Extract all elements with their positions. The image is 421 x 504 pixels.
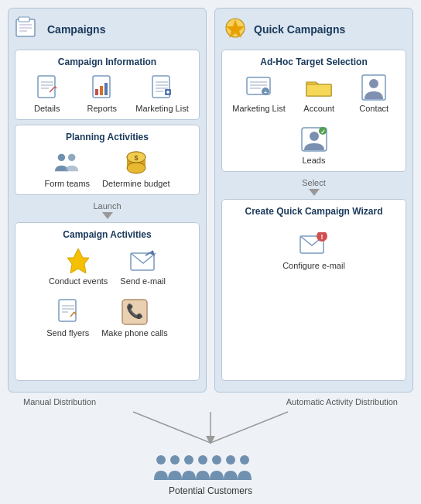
planning-section: Planning Activities Form te [15,125,200,195]
determine-budget-label: Determine budget [102,179,169,188]
adhoc-icons: + Marketing List Ac [228,74,399,165]
wizard-title: Create Quick Campaign Wizard [228,206,399,217]
conduct-events-icon [64,246,92,274]
svg-point-71 [226,455,235,465]
main-container: Campaigns Campaign Information [0,0,421,504]
bottom-row: Manual Distribution Automatic Activity D… [8,393,413,496]
configure-email-item[interactable]: ! Configure e-mail [282,231,345,270]
svg-rect-34 [59,300,76,321]
svg-text:+: + [264,90,267,95]
svg-text:📞: 📞 [126,303,144,320]
leads-label: Leads [303,156,326,165]
make-phone-calls-label: Make phone calls [101,328,168,338]
conduct-events-item[interactable]: Conduct events [49,246,108,286]
account-item[interactable]: Account [298,74,341,113]
marketing-list-icon [148,74,176,101]
adhoc-section: Ad-Hoc Target Selection + [221,50,406,172]
campaign-info-section: Campaign Information [15,50,200,120]
campaign-activities-title: Campaign Activities [22,229,193,240]
send-email-item[interactable]: Send e-mail [120,246,166,286]
quick-campaigns-icon [221,16,249,42]
leads-icon: ✓ [300,125,328,153]
form-teams-item[interactable]: Form teams [44,149,90,188]
adhoc-mktlist-item[interactable]: + Marketing List [232,74,285,113]
svg-line-60 [133,412,210,443]
planning-icons: Form teams $ Determine bud [22,149,193,188]
auto-dist-label: Automatic Activity Distribution [286,397,398,406]
distribution-arrows [71,408,350,451]
reports-icon [88,74,116,101]
campaigns-icon [15,16,43,42]
svg-point-67 [170,455,180,465]
reports-item[interactable]: Reports [80,74,123,113]
svg-text:!: ! [321,233,323,241]
svg-line-62 [210,412,288,443]
make-phone-calls-icon: 📞 [121,298,149,326]
launch-arrow-down [102,212,113,219]
svg-rect-1 [19,17,29,22]
campaign-activities-icons: Conduct events Send e-mail [22,246,193,338]
svg-point-69 [198,455,207,465]
make-phone-calls-item[interactable]: 📞 Make phone calls [101,298,168,338]
adhoc-mktlist-label: Marketing List [232,104,285,113]
details-item[interactable]: Details [26,74,68,113]
svg-rect-12 [95,89,98,95]
svg-point-23 [57,154,64,161]
svg-rect-5 [38,76,55,98]
svg-marker-30 [67,249,89,273]
send-email-label: Send e-mail [120,276,166,286]
svg-point-24 [68,154,75,161]
svg-rect-14 [104,83,108,95]
details-icon [33,74,61,101]
wizard-icons: ! Configure e-mail [228,223,399,270]
quick-campaigns-panel: Quick Campaigns Ad-Hoc Target Selection [214,8,413,393]
svg-point-52 [369,79,378,88]
marketing-list-item[interactable]: Marketing List [135,74,188,113]
svg-rect-13 [100,86,103,95]
campaign-info-icons: Details Reports [22,74,193,113]
customers-section: Potential Customers [149,452,272,496]
select-arrow: Select [221,178,406,196]
select-arrow-down [309,189,320,196]
details-label: Details [34,104,60,113]
launch-label: Launch [93,201,121,211]
campaigns-header: Campaigns [15,15,200,43]
people-row [149,452,272,483]
distribution-labels: Manual Distribution Automatic Activity D… [8,397,413,406]
account-label: Account [303,104,334,113]
adhoc-title: Ad-Hoc Target Selection [228,57,399,67]
leads-item[interactable]: ✓ Leads [293,125,335,165]
svg-point-27 [127,163,145,173]
conduct-events-label: Conduct events [49,276,108,286]
manual-dist-label: Manual Distribution [23,397,96,406]
configure-email-icon: ! [299,231,327,259]
campaigns-panel: Campaigns Campaign Information [8,8,207,393]
campaigns-title: Campaigns [47,23,105,36]
top-row: Campaigns Campaign Information [8,8,413,393]
svg-text:✓: ✓ [320,129,325,135]
form-teams-icon [53,149,81,177]
adhoc-mktlist-icon: + [245,74,272,101]
send-email-icon [129,246,157,274]
contact-item[interactable]: Contact [353,74,395,113]
reports-label: Reports [87,104,117,113]
send-flyers-item[interactable]: Send flyers [46,298,89,338]
svg-point-66 [156,455,166,465]
form-teams-label: Form teams [44,179,90,188]
account-icon [305,74,333,101]
marketing-list-label: Marketing List [135,104,188,113]
svg-point-72 [240,455,249,465]
send-flyers-icon [54,298,82,326]
svg-text:$: $ [134,154,138,162]
contact-icon [360,74,388,101]
svg-point-54 [310,132,319,141]
svg-point-68 [184,455,193,465]
wizard-section: Create Quick Campaign Wizard ! Configure… [221,199,406,381]
customers-label: Potential Customers [169,485,252,496]
planning-title: Planning Activities [22,132,193,142]
quick-campaigns-header: Quick Campaigns [221,15,406,43]
potential-customers-icon [149,452,272,483]
svg-marker-65 [207,437,214,444]
determine-budget-icon: $ [122,149,150,177]
determine-budget-item[interactable]: $ Determine budget [102,149,169,188]
